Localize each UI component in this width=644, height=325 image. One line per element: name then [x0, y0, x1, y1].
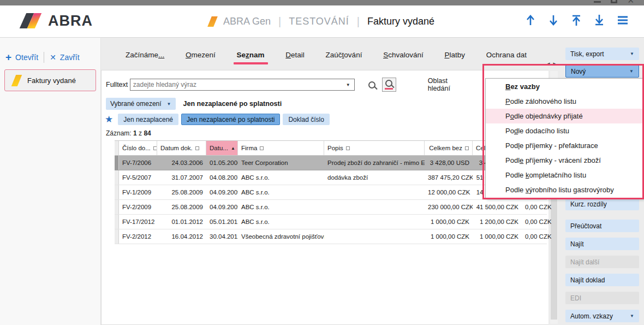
nav-left-icon[interactable]: ◂ [547, 60, 550, 67]
filter-chip-doklad-cislo[interactable]: Doklad číslo [283, 114, 329, 125]
table-row-fv-5-2007[interactable]: FV-5/200731.07.200704.08.2007ABC s.r.o.d… [115, 170, 547, 185]
tab-platby[interactable]: Platby [444, 51, 465, 63]
button-preuctovat[interactable]: Přeúčtovat [565, 220, 639, 232]
button-autom-vzkazy[interactable]: Autom. vzkazy▼ [565, 310, 639, 322]
hamburger-menu-icon[interactable] [617, 15, 629, 25]
menu-item-podle-prijemky-prefakturace[interactable]: Podle příjemky - přefakturace [486, 138, 643, 153]
search-icon[interactable] [368, 81, 375, 88]
menu-item-bez-vazby[interactable]: Bez vazby [486, 79, 643, 94]
button-label: Autom. vzkazy [570, 312, 613, 320]
label-pre: Začínáme [126, 51, 158, 59]
filter-icon[interactable] [195, 146, 199, 150]
column-header-datu[interactable]: Datu...▲ [206, 141, 238, 155]
novy-dropdown-menu: Bez vazbyPodle zálohového listuPodle obj… [485, 78, 643, 198]
filter-icon[interactable] [465, 146, 469, 150]
table-row-fv-2-2012[interactable]: FV-2/201216.04.201230.04.2012Všeobecná z… [115, 229, 547, 244]
restriction-dropdown-label: Vybrané omezení [110, 100, 162, 108]
cell: 25.08.2009 [157, 185, 206, 199]
label-pre: Se [237, 51, 246, 59]
cell: Prodej zboží do zahraničí - mimo EU [324, 156, 425, 170]
cell: FV-7/2006 [119, 156, 157, 170]
tab-zauctovani[interactable]: Zaúčtování [326, 51, 362, 63]
menu-item-podle-objednavky-prijate[interactable]: Podle objednávky přijaté [486, 109, 643, 123]
column-label: Firma [241, 145, 257, 151]
page-title: Faktury vydané [367, 16, 434, 27]
column-header-firma[interactable]: Firma [238, 141, 324, 155]
label-post: le dodacího listu [518, 127, 569, 135]
nav-right-icon[interactable]: ▸ [553, 60, 557, 67]
close-agenda-button[interactable]: ✕ Zavřít [50, 53, 80, 62]
record-of: z [139, 129, 142, 137]
tab-schvalovani[interactable]: Schvalování [383, 51, 424, 63]
input-dropdown-icon[interactable]: ▼ [346, 82, 354, 87]
breadcrumb-separator: | [278, 15, 281, 28]
cell: 16.04.2012 [157, 229, 206, 244]
tab-seznam[interactable]: Seznam [237, 51, 265, 63]
sidebar-divider [44, 52, 44, 63]
search-in-results-icon[interactable] [382, 78, 396, 92]
scrollbar-thumb[interactable] [551, 198, 557, 320]
selected-restriction-dropdown[interactable]: Vybrané omezení ▼ [106, 98, 176, 110]
button-najit-dalsi: Najít další [565, 256, 639, 268]
button-label: Najít další [570, 258, 599, 266]
filter-icon[interactable] [260, 146, 264, 150]
table-row-fv-17-2012[interactable]: FV-17/201201.01.201205.01.2012ABC s.r.o.… [115, 215, 547, 229]
filter-icon[interactable] [153, 146, 157, 150]
window-maximize-icon[interactable] [611, 0, 617, 3]
button-tisk-export[interactable]: Tisk, export▼ [565, 48, 639, 60]
menu-item-podle-kompletacniho-listu[interactable]: Podle kompletačního listu [486, 168, 643, 182]
fulltext-search-input[interactable] [130, 79, 355, 91]
move-last-icon[interactable] [594, 14, 605, 26]
column-header-celkem-bez[interactable]: Celkem bez [425, 141, 473, 155]
table-row-fv-1-2009[interactable]: FV-1/200925.08.200904.09.2009ABC s.r.o.1… [115, 185, 547, 200]
button-label: Nový [571, 68, 586, 75]
table-row-fv-7-2006[interactable]: FV-7/200624.03.200601.05.2006Teer Corpor… [115, 156, 547, 170]
label-post: e příjemky - přefakturace [520, 141, 598, 150]
menu-item-podle-prijemky-vraceni-zbozi[interactable]: Podle příjemky - vrácení zboží [486, 153, 643, 168]
tab-omezeni[interactable]: Omezení [186, 51, 216, 63]
button-najit-doklad[interactable]: Najít doklad [565, 274, 639, 286]
label-post: etail [291, 51, 305, 59]
cell: 0,00 CZK [522, 229, 551, 244]
cell: 387 475,20 CZK [425, 170, 473, 185]
menu-item-podle-dodaciho-listu[interactable]: Podle dodacího listu [486, 123, 643, 138]
tab-zaciname[interactable]: Začínáme... [126, 51, 164, 63]
favorite-star-icon[interactable]: ★ [105, 114, 113, 125]
column-header-popis[interactable]: Popis [324, 141, 425, 155]
app-header: ABRA ABRA Gen | TESTOVÁNÍ | Faktury vyda… [0, 5, 644, 38]
sidebar-item-faktury-vydane[interactable]: Faktury vydané [4, 69, 96, 91]
tab-ochrana-dat[interactable]: Ochrana dat [486, 51, 527, 63]
tab-detail[interactable]: Detail [285, 51, 305, 63]
label-pre: Podl [505, 156, 520, 164]
filter-chip-jen-nezaplacene-po-splatnosti[interactable]: Jen nezaplacené po splatnosti [181, 114, 280, 125]
column-header-datum-dok[interactable]: Datum dok. [157, 141, 206, 155]
button-kurz-rozdily[interactable]: Kurz. rozdíly [565, 198, 639, 210]
active-restriction-text: Jen nezaplacené po splatnosti [183, 100, 282, 108]
move-down-icon[interactable] [548, 14, 559, 26]
cell [324, 185, 425, 199]
label-post: ování [344, 51, 362, 59]
menu-item-podle-zalohoveho-listu[interactable]: Podle zálohového listu [486, 94, 643, 109]
move-up-icon[interactable] [525, 14, 536, 26]
table-row-fv-2-2009[interactable]: FV-2/200925.08.200904.09.2009ABC s.r.o.2… [115, 200, 547, 215]
row-indicator-header [115, 141, 119, 155]
filter-icon[interactable] [346, 146, 350, 150]
access-key: B [505, 82, 510, 91]
dropdown-arrow-icon: ▼ [630, 314, 634, 318]
window-close-icon[interactable]: ✕ [627, 0, 634, 4]
record-total: 84 [144, 129, 151, 137]
open-agenda-button[interactable]: + Otevřít [5, 53, 38, 62]
move-first-icon[interactable] [571, 14, 582, 26]
agenda-slash-icon [11, 75, 22, 86]
window-minimize-icon[interactable] [594, 0, 601, 3]
menu-item-podle-vyrobniho-listu-gastrovyroby[interactable]: Podle výrobního listu gastrovýroby [486, 182, 643, 197]
label-pre: Podle [505, 186, 526, 194]
button-novy[interactable]: Nový▼ [565, 65, 639, 78]
column-label: Celkem bez [429, 145, 462, 151]
column-header-cislo-do[interactable]: Číslo do... [119, 141, 157, 155]
column-label: Číslo do... [122, 145, 151, 151]
window-titlebar: ✕ [0, 0, 644, 5]
filter-chip-jen-nezaplacene[interactable]: Jen nezaplacené [118, 114, 178, 125]
cell: Všeobecná zdravotní pojišťovna [238, 229, 324, 244]
button-najit[interactable]: Najít [565, 238, 639, 250]
